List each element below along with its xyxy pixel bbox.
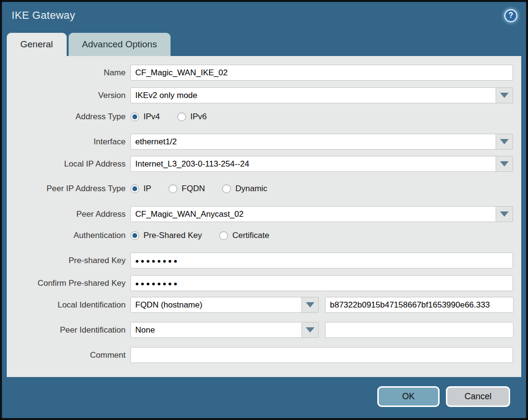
- local-ip-address-select-button[interactable]: [496, 156, 513, 172]
- name-input[interactable]: CF_Magic_WAN_IKE_02: [130, 65, 513, 81]
- title-bar: IKE Gateway ?: [2, 2, 526, 29]
- peer-identification-row: Peer Identification None: [7, 322, 521, 338]
- radio-unselected-icon[interactable]: [219, 231, 228, 240]
- peer-ip-address-type-row: Peer IP Address Type IP FQDN Dynamic: [7, 182, 521, 196]
- dialog-title: IKE Gateway: [12, 9, 75, 22]
- pre-shared-key-label: Pre-shared Key: [7, 256, 126, 266]
- local-identification-label: Local Identification: [7, 300, 126, 310]
- chevron-down-icon: [500, 93, 509, 98]
- confirm-pre-shared-key-row: Confirm Pre-shared Key ••••••••: [7, 275, 521, 291]
- peer-address-label: Peer Address: [7, 210, 126, 219]
- peer-address-row: Peer Address CF_Magic_WAN_Anycast_02: [7, 206, 521, 222]
- peer-address-select[interactable]: CF_Magic_WAN_Anycast_02: [130, 206, 513, 222]
- chevron-down-icon: [306, 302, 314, 308]
- radio-unselected-icon[interactable]: [177, 112, 186, 121]
- version-select[interactable]: IKEv2 only mode: [130, 87, 513, 103]
- peer-identification-type-value[interactable]: None: [130, 322, 302, 338]
- peer-identification-type-select[interactable]: None: [130, 322, 319, 338]
- peer-address-select-button[interactable]: [496, 206, 513, 222]
- pre-shared-key-input[interactable]: ••••••••: [130, 252, 513, 268]
- comment-label: Comment: [7, 350, 126, 360]
- ok-button[interactable]: OK: [377, 386, 440, 407]
- peer-ip-type-option-dynamic[interactable]: Dynamic: [222, 184, 267, 194]
- local-identification-value-input[interactable]: b87322b0915b47158667bf1653990e66.333: [325, 297, 514, 313]
- local-ip-address-select-value[interactable]: Internet_L3_203-0-113-254--24: [130, 156, 496, 172]
- ike-gateway-dialog: IKE Gateway ? General Advanced Options N…: [0, 0, 528, 420]
- interface-select[interactable]: ethernet1/2: [130, 134, 513, 150]
- confirm-pre-shared-key-label: Confirm Pre-shared Key: [7, 279, 126, 288]
- local-identification-type-value[interactable]: FQDN (hostname): [130, 297, 302, 313]
- pre-shared-key-row: Pre-shared Key ••••••••: [7, 252, 521, 268]
- confirm-pre-shared-key-input[interactable]: ••••••••: [130, 275, 513, 291]
- local-ip-address-label: Local IP Address: [7, 159, 126, 169]
- address-type-option-ipv4[interactable]: IPv4: [130, 112, 160, 122]
- peer-ip-address-type-label: Peer IP Address Type: [7, 184, 126, 194]
- peer-ip-type-option-ip[interactable]: IP: [130, 184, 151, 194]
- cancel-button[interactable]: Cancel: [446, 386, 510, 407]
- authentication-label: Authentication: [7, 231, 126, 240]
- version-select-button[interactable]: [496, 87, 513, 103]
- interface-select-button[interactable]: [496, 134, 513, 150]
- radio-selected-icon[interactable]: [130, 231, 139, 240]
- local-ip-address-row: Local IP Address Internet_L3_203-0-113-2…: [7, 156, 521, 172]
- chevron-down-icon: [500, 139, 509, 144]
- radio-selected-icon[interactable]: [130, 112, 139, 121]
- masked-password: ••••••••: [135, 260, 179, 261]
- tab-bar: General Advanced Options: [2, 33, 526, 56]
- masked-password: ••••••••: [135, 283, 179, 284]
- version-label: Version: [7, 91, 126, 100]
- comment-input[interactable]: [130, 347, 513, 363]
- dialog-footer: OK Cancel: [2, 377, 526, 407]
- peer-address-select-value[interactable]: CF_Magic_WAN_Anycast_02: [130, 206, 496, 222]
- peer-identification-value-input[interactable]: [325, 322, 514, 338]
- chevron-down-icon: [306, 327, 314, 333]
- tab-general[interactable]: General: [7, 33, 67, 56]
- comment-row: Comment: [7, 347, 521, 363]
- radio-selected-icon[interactable]: [130, 184, 139, 193]
- local-ip-address-select[interactable]: Internet_L3_203-0-113-254--24: [130, 156, 513, 172]
- authentication-option-certificate[interactable]: Certificate: [219, 231, 270, 240]
- interface-label: Interface: [7, 137, 126, 147]
- local-identification-type-select[interactable]: FQDN (hostname): [130, 297, 319, 313]
- address-type-row: Address Type IPv4 IPv6: [7, 110, 521, 124]
- general-tab-panel: Name CF_Magic_WAN_IKE_02 Version IKEv2 o…: [7, 56, 521, 377]
- peer-identification-select-button[interactable]: [302, 322, 319, 338]
- chevron-down-icon: [500, 211, 509, 217]
- radio-unselected-icon[interactable]: [222, 184, 231, 193]
- version-select-value[interactable]: IKEv2 only mode: [130, 87, 496, 103]
- address-type-option-ipv6[interactable]: IPv6: [177, 112, 207, 122]
- help-icon[interactable]: ?: [504, 9, 517, 22]
- interface-row: Interface ethernet1/2: [7, 134, 521, 150]
- local-identification-select-button[interactable]: [302, 297, 319, 313]
- chevron-down-icon: [500, 161, 509, 167]
- tab-advanced-options[interactable]: Advanced Options: [69, 33, 171, 56]
- radio-unselected-icon[interactable]: [169, 184, 177, 193]
- local-identification-row: Local Identification FQDN (hostname) b87…: [7, 297, 521, 313]
- address-type-label: Address Type: [7, 112, 126, 122]
- peer-ip-type-option-fqdn[interactable]: FQDN: [169, 184, 205, 194]
- interface-select-value[interactable]: ethernet1/2: [130, 134, 496, 150]
- name-row: Name CF_Magic_WAN_IKE_02: [7, 65, 521, 81]
- authentication-option-pre-shared-key[interactable]: Pre-Shared Key: [130, 231, 202, 240]
- peer-identification-label: Peer Identification: [7, 325, 126, 335]
- version-row: Version IKEv2 only mode: [7, 87, 521, 103]
- authentication-row: Authentication Pre-Shared Key Certificat…: [7, 229, 521, 242]
- name-label: Name: [7, 68, 126, 78]
